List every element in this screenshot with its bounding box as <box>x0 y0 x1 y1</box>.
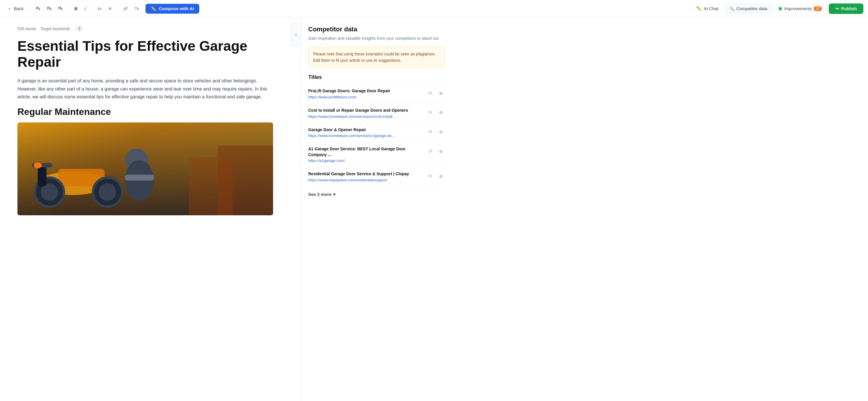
article-title[interactable]: Essential Tips for Effective Garage Repa… <box>18 38 273 70</box>
improvements-badge: 17 <box>814 6 822 11</box>
title-item-actions <box>426 127 445 136</box>
search-icon <box>730 6 734 11</box>
h2-button[interactable]: H2 <box>45 5 54 12</box>
svg-point-6 <box>99 183 116 201</box>
editor-meta: 535 words Target keywords: 3 <box>18 26 273 32</box>
title-item-name: Cost to Install or Repair Garage Doors a… <box>308 108 423 113</box>
editor-area: 535 words Target keywords: 3 Essential T… <box>0 18 290 401</box>
titles-list: ProLift Garage Doors: Garage Door Repair… <box>308 84 445 187</box>
plus-circle-icon <box>439 110 443 115</box>
title-item-name: Residential Garage Door Service & Suppor… <box>308 171 423 177</box>
italic-button[interactable] <box>82 5 88 12</box>
warning-text: Please note that using these examples co… <box>313 52 436 63</box>
svg-rect-14 <box>189 157 232 215</box>
toolbar-divider-4 <box>117 5 117 13</box>
title-refresh-button[interactable] <box>426 89 435 98</box>
title-item-url[interactable]: https://www.homedepot.com/services/c/cos… <box>308 114 423 119</box>
improvements-dot-icon <box>778 7 782 10</box>
competitor-data-button[interactable]: Competitor data <box>725 4 772 13</box>
editor-body[interactable]: Essential Tips for Effective Garage Repa… <box>18 38 273 215</box>
refresh-icon <box>429 129 432 135</box>
pencil-icon: ✏️ <box>151 6 156 11</box>
clear-format-button[interactable] <box>132 5 141 12</box>
title-refresh-button[interactable] <box>426 128 435 136</box>
competitor-label: Competitor data <box>736 6 768 11</box>
ai-chat-label: AI Chat <box>704 6 718 11</box>
target-keywords-label: Target keywords: <box>40 26 71 31</box>
ai-chat-icon: ✏️ <box>696 6 702 11</box>
title-item-name: A1 Garage Door Service: BEST Local Garag… <box>308 146 423 158</box>
bold-button[interactable] <box>72 5 80 12</box>
title-refresh-button[interactable] <box>426 108 435 117</box>
clear-format-icon <box>135 6 138 11</box>
toolbar-left: Back H1 H2 H3 <box>5 4 690 14</box>
title-item-url[interactable]: https://a1garage.com/ <box>308 159 423 163</box>
unordered-list-button[interactable] <box>106 5 114 13</box>
ordered-list-icon <box>98 6 102 11</box>
title-list-item: Garage Door & Opener Repair https://www.… <box>308 123 445 142</box>
title-item-content: ProLift Garage Doors: Garage Door Repair… <box>308 88 423 99</box>
h3-button[interactable]: H3 <box>56 5 65 12</box>
title-add-button[interactable] <box>436 147 445 156</box>
h2-label: H2 <box>48 6 52 11</box>
title-item-name: Garage Door & Opener Repair <box>308 127 423 133</box>
panel-collapse-toggle[interactable] <box>290 23 301 46</box>
refresh-icon <box>429 148 432 154</box>
title-item-content: Garage Door & Opener Repair https://www.… <box>308 127 423 138</box>
toolbar: Back H1 H2 H3 <box>0 0 868 18</box>
title-item-content: Cost to Install or Repair Garage Doors a… <box>308 108 423 119</box>
title-item-url[interactable]: https://www.homedepot.com/services/c/gar… <box>308 133 423 138</box>
panel-title: Competitor data <box>308 26 445 33</box>
bold-icon <box>74 6 78 11</box>
link-button[interactable] <box>121 5 130 12</box>
back-label: Back <box>14 6 24 11</box>
ordered-list-button[interactable] <box>95 5 104 12</box>
article-subheading-1[interactable]: Regular Maintenance <box>18 106 273 117</box>
plus-circle-icon <box>439 129 443 135</box>
arrow-left-icon <box>7 6 12 11</box>
title-add-button[interactable] <box>436 108 445 117</box>
refresh-icon <box>429 110 432 115</box>
title-item-actions <box>426 171 445 180</box>
toolbar-right: ✏️ AI Chat Competitor data Improvements … <box>692 3 863 14</box>
plus-circle-icon <box>439 91 443 96</box>
refresh-icon <box>429 91 432 96</box>
title-item-url[interactable]: https://www.proliftdoors.com/ <box>308 95 423 99</box>
improvements-button[interactable]: Improvements 17 <box>774 4 826 13</box>
compose-button[interactable]: ✏️ Compose with AI <box>146 4 199 14</box>
title-add-button[interactable] <box>436 172 445 180</box>
chevron-down-icon: ▾ <box>333 192 336 197</box>
keyword-badge: 3 <box>75 26 83 32</box>
title-item-actions <box>426 88 445 98</box>
title-refresh-button[interactable] <box>426 172 435 180</box>
word-count: 535 words <box>18 26 36 31</box>
right-panel: Competitor data Gain inspiration and val… <box>301 18 452 401</box>
h1-button[interactable]: H1 <box>34 5 42 12</box>
plagiarism-warning: Please note that using these examples co… <box>308 47 445 68</box>
see-more-label: See 3 more <box>308 192 332 197</box>
title-add-button[interactable] <box>436 89 445 98</box>
publish-button[interactable]: ↪ Publish <box>829 3 863 14</box>
svg-point-12 <box>34 163 42 168</box>
title-item-actions <box>426 146 445 156</box>
titles-section-label: Titles <box>308 74 445 80</box>
publish-icon: ↪ <box>835 6 839 11</box>
title-refresh-button[interactable] <box>426 147 435 156</box>
see-more-button[interactable]: See 3 more ▾ <box>308 191 445 198</box>
article-paragraph-1[interactable]: A garage is an essential part of any hom… <box>18 77 273 101</box>
title-item-actions <box>426 108 445 117</box>
title-item-url[interactable]: https://www.clopaydoor.com/residential/s… <box>308 178 423 182</box>
image-silhouette <box>18 123 273 215</box>
chevrons-icon <box>294 32 297 37</box>
article-image <box>18 123 273 215</box>
title-item-content: Residential Garage Door Service & Suppor… <box>308 171 423 182</box>
link-icon <box>123 6 128 11</box>
back-button[interactable]: Back <box>5 4 26 13</box>
plus-circle-icon <box>439 173 443 179</box>
ai-chat-button[interactable]: ✏️ AI Chat <box>692 4 722 13</box>
title-item-content: A1 Garage Door Service: BEST Local Garag… <box>308 146 423 163</box>
title-list-item: Cost to Install or Repair Garage Doors a… <box>308 104 445 123</box>
h3-label: H3 <box>58 6 62 11</box>
title-add-button[interactable] <box>436 128 445 136</box>
title-list-item: ProLift Garage Doors: Garage Door Repair… <box>308 84 445 104</box>
